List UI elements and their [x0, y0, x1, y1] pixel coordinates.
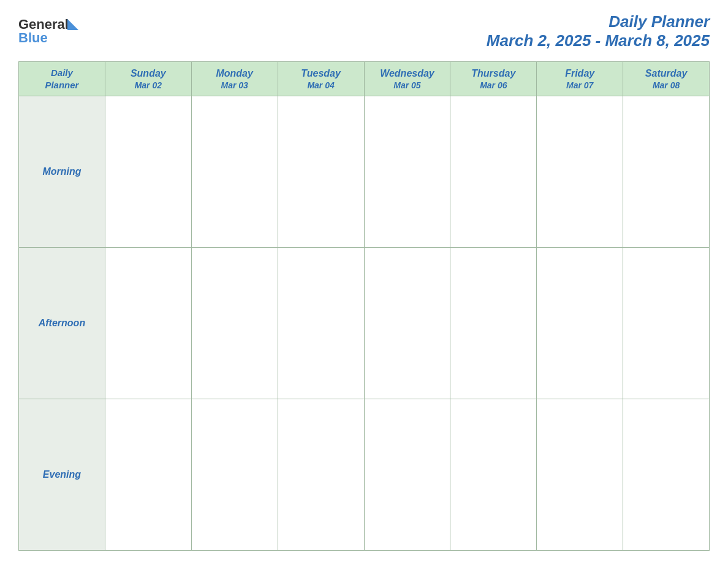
- afternoon-friday[interactable]: [537, 248, 623, 399]
- afternoon-monday[interactable]: [191, 248, 278, 399]
- evening-saturday[interactable]: [623, 399, 710, 551]
- planner-table: Daily Planner Sunday Mar 02 Monday Mar 0…: [18, 61, 710, 551]
- evening-label: Evening: [19, 399, 105, 551]
- logo-blue: Blue: [18, 31, 48, 45]
- logo-text: General Blue: [18, 18, 78, 45]
- morning-tuesday[interactable]: [278, 96, 364, 248]
- morning-sunday[interactable]: [105, 96, 191, 248]
- morning-thursday[interactable]: [450, 96, 537, 248]
- evening-thursday[interactable]: [450, 399, 537, 551]
- col-header-saturday: Saturday Mar 08: [623, 62, 710, 96]
- afternoon-label: Afternoon: [19, 248, 105, 399]
- row-afternoon: Afternoon: [19, 248, 710, 399]
- planner-dates: March 2, 2025 - March 8, 2025: [487, 31, 710, 50]
- afternoon-sunday[interactable]: [105, 248, 191, 399]
- afternoon-thursday[interactable]: [450, 248, 537, 399]
- planner-title: Daily Planner: [487, 12, 710, 31]
- evening-tuesday[interactable]: [278, 399, 364, 551]
- evening-sunday[interactable]: [105, 399, 191, 551]
- title-block: Daily Planner March 2, 2025 - March 8, 2…: [487, 12, 710, 50]
- afternoon-wednesday[interactable]: [364, 248, 450, 399]
- logo-triangle-icon: [67, 19, 78, 30]
- afternoon-saturday[interactable]: [623, 248, 710, 399]
- evening-wednesday[interactable]: [364, 399, 450, 551]
- page: General Blue Daily Planner March 2, 2025…: [0, 0, 728, 563]
- evening-friday[interactable]: [537, 399, 623, 551]
- logo-general: General: [18, 18, 69, 31]
- col-header-wednesday: Wednesday Mar 05: [364, 62, 450, 96]
- col-header-tuesday: Tuesday Mar 04: [278, 62, 364, 96]
- col-header-monday: Monday Mar 03: [191, 62, 278, 96]
- morning-saturday[interactable]: [623, 96, 710, 248]
- afternoon-tuesday[interactable]: [278, 248, 364, 399]
- row-evening: Evening: [19, 399, 710, 551]
- morning-wednesday[interactable]: [364, 96, 450, 248]
- morning-label: Morning: [19, 96, 105, 248]
- col-header-thursday: Thursday Mar 06: [450, 62, 537, 96]
- header: General Blue Daily Planner March 2, 2025…: [18, 12, 710, 50]
- evening-monday[interactable]: [191, 399, 278, 551]
- col-header-friday: Friday Mar 07: [537, 62, 623, 96]
- morning-friday[interactable]: [537, 96, 623, 248]
- logo: General Blue: [18, 18, 78, 45]
- col-header-sunday: Sunday Mar 02: [105, 62, 191, 96]
- header-row: Daily Planner Sunday Mar 02 Monday Mar 0…: [19, 62, 710, 96]
- corner-header: Daily Planner: [19, 62, 105, 96]
- morning-monday[interactable]: [191, 96, 278, 248]
- row-morning: Morning: [19, 96, 710, 248]
